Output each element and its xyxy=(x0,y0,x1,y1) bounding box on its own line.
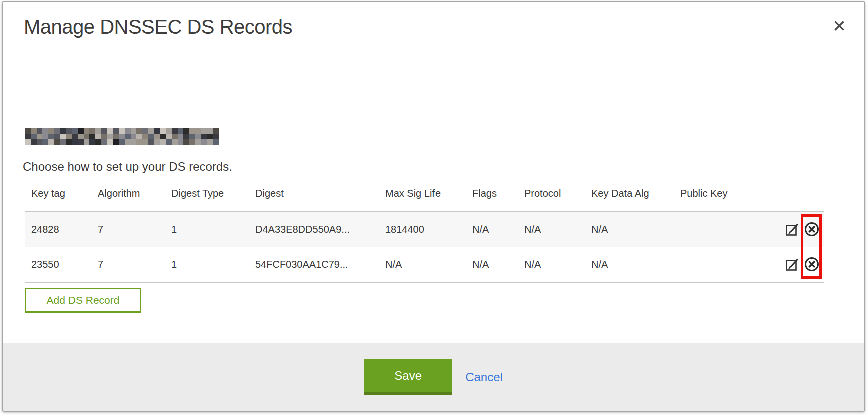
cell-actions xyxy=(782,221,824,238)
header-algorithm: Algorithm xyxy=(98,188,171,211)
cell-digest: 54FCF030AA1C79... xyxy=(255,259,385,270)
header-protocol: Protocol xyxy=(524,188,591,211)
delete-record-button[interactable] xyxy=(803,221,820,238)
cell-max-sig-life: 1814400 xyxy=(385,224,472,236)
cell-protocol: N/A xyxy=(524,224,591,236)
cell-actions xyxy=(782,256,824,273)
edit-record-button[interactable] xyxy=(784,256,800,272)
cell-max-sig-life: N/A xyxy=(385,259,472,270)
delete-record-button[interactable] xyxy=(803,256,820,273)
header-public-key: Public Key xyxy=(680,188,782,211)
cell-flags: N/A xyxy=(472,224,524,236)
table-row: 24828 7 1 D4A33E8DD550A9... 1814400 N/A … xyxy=(25,212,824,247)
cancel-button[interactable]: Cancel xyxy=(465,370,503,384)
header-flags: Flags xyxy=(472,188,524,211)
edit-icon xyxy=(784,222,800,238)
table-header-row: Key tag Algorithm Digest Type Digest Max… xyxy=(25,188,824,212)
header-key-data-alg: Key Data Alg xyxy=(591,188,680,211)
cell-algorithm: 7 xyxy=(98,224,171,236)
cell-digest: D4A33E8DD550A9... xyxy=(255,224,385,236)
cell-protocol: N/A xyxy=(524,259,591,270)
table-body: 24828 7 1 D4A33E8DD550A9... 1814400 N/A … xyxy=(25,212,824,283)
save-button[interactable]: Save xyxy=(364,360,452,395)
close-icon xyxy=(833,20,846,32)
cell-digest-type: 1 xyxy=(171,259,255,270)
delete-icon xyxy=(803,256,820,273)
cell-digest-type: 1 xyxy=(171,224,255,236)
cell-algorithm: 7 xyxy=(98,259,171,270)
close-button[interactable] xyxy=(829,16,849,36)
header-actions xyxy=(782,188,824,211)
edit-record-button[interactable] xyxy=(784,222,800,238)
manage-dnssec-dialog: Manage DNSSEC DS Records Choose how to s… xyxy=(2,1,865,412)
instructions-text: Choose how to set up your DS records. xyxy=(23,160,232,174)
page-title: Manage DNSSEC DS Records xyxy=(24,16,292,38)
edit-icon xyxy=(784,256,800,272)
delete-icon xyxy=(803,221,820,238)
cell-key-data-alg: N/A xyxy=(591,224,680,236)
cell-flags: N/A xyxy=(472,259,524,270)
header-max-sig-life: Max Sig Life xyxy=(385,188,472,211)
table-row: 23550 7 1 54FCF030AA1C79... N/A N/A N/A … xyxy=(25,247,824,282)
dialog-footer: Save Cancel xyxy=(3,344,864,411)
cell-key-tag: 23550 xyxy=(25,259,98,270)
cell-key-data-alg: N/A xyxy=(591,259,680,270)
add-ds-record-button[interactable]: Add DS Record xyxy=(25,288,141,313)
header-key-tag: Key tag xyxy=(25,188,98,211)
redacted-domain xyxy=(25,128,219,146)
header-digest: Digest xyxy=(255,188,385,211)
ds-records-table: Key tag Algorithm Digest Type Digest Max… xyxy=(25,188,824,283)
cell-key-tag: 24828 xyxy=(25,224,98,236)
header-digest-type: Digest Type xyxy=(171,188,255,211)
